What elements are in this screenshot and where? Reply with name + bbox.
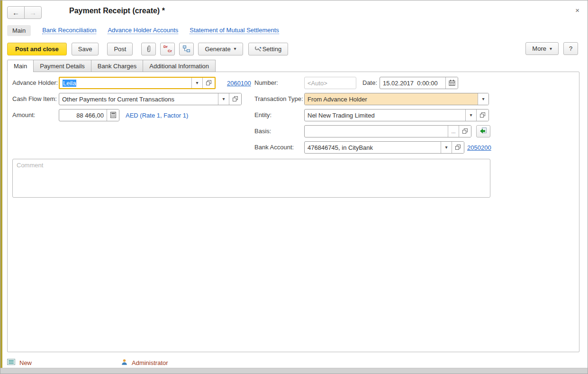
dr-cr-icon: DrCr [163, 45, 172, 53]
close-icon[interactable]: × [573, 5, 582, 15]
back-button[interactable]: ← [7, 6, 25, 19]
tab-bank-charges[interactable]: Bank Charges [91, 60, 143, 72]
tab-payment-details[interactable]: Payment Details [33, 60, 91, 72]
open-form-icon [233, 96, 238, 102]
amount-input[interactable] [59, 109, 107, 121]
date-field[interactable] [380, 77, 458, 89]
nav-link-main[interactable]: Main [7, 25, 31, 36]
entity-open-button[interactable] [476, 109, 488, 121]
fill-from-basis-button[interactable] [476, 125, 490, 137]
tab-additional-information[interactable]: Additional Information [143, 60, 216, 72]
cash-flow-item-open-button[interactable] [229, 93, 241, 105]
transaction-type-dropdown-button[interactable]: ▾ [478, 93, 488, 105]
post-and-close-button[interactable]: Post and close [7, 43, 67, 55]
cash-flow-item-dropdown-button[interactable]: ▾ [218, 93, 229, 105]
toolbar: Post and close Save Post DrCr Generate▾ … [7, 42, 288, 55]
chevron-down-icon: ▾ [470, 113, 472, 118]
bank-account-ledger-link[interactable]: 2050200 [467, 144, 491, 151]
open-form-icon [455, 145, 461, 151]
chevron-down-icon: ▾ [550, 46, 552, 51]
dr-cr-postings-button[interactable]: DrCr [160, 43, 175, 55]
advance-holder-label: Advance Holder: [12, 77, 58, 89]
transaction-type-input[interactable] [305, 93, 478, 105]
payment-receipt-window: ← → Payment Receipt (create) * × Main Ba… [0, 0, 588, 374]
bank-account-field[interactable]: ▾ [304, 141, 464, 154]
user-name-text: Administrator [132, 359, 168, 366]
entity-field[interactable]: ▾ [304, 109, 489, 121]
bank-account-label: Bank Account: [254, 141, 294, 154]
advance-holder-open-button[interactable] [202, 78, 215, 88]
status-bar: New [7, 358, 32, 367]
toolbar-right: More▾ ? [525, 42, 578, 55]
form-nav-links: Main Bank Reconciliation Advance Holder … [7, 24, 279, 36]
setting-button[interactable]: Setting [248, 43, 288, 55]
nav-link-statement-of-mutual-settlements[interactable]: Statement of Mutual Settlements [190, 27, 279, 34]
status-user: Administrator [121, 358, 168, 367]
page-title: Payment Receipt (create) * [69, 7, 165, 15]
open-form-icon [480, 112, 485, 119]
attachments-button[interactable] [141, 43, 156, 55]
document-state-text: New [19, 359, 32, 366]
document-structure-icon [183, 46, 190, 52]
save-button[interactable]: Save [72, 43, 99, 55]
entity-label: Entity: [254, 109, 271, 121]
advance-holder-field[interactable]: Leila ▾ [59, 77, 216, 89]
chevron-down-icon: ▾ [445, 145, 447, 150]
advance-holder-account-link[interactable]: 2060100 [227, 80, 251, 87]
tab-main[interactable]: Main [7, 60, 34, 72]
entity-dropdown-button[interactable]: ▾ [465, 109, 476, 121]
open-form-icon [206, 80, 211, 86]
main-tab-panel: Advance Holder: Leila ▾ 2060100 Number: … [7, 72, 579, 352]
forward-button[interactable]: → [24, 6, 42, 19]
chevron-down-icon: ▾ [234, 46, 236, 51]
help-button[interactable]: ? [563, 42, 578, 55]
number-label: Number: [254, 77, 278, 89]
basis-field[interactable]: ... [304, 125, 471, 137]
calendar-icon [449, 80, 455, 87]
cash-flow-item-input[interactable] [59, 93, 218, 105]
generate-button[interactable]: Generate▾ [198, 43, 243, 55]
question-mark-icon: ? [569, 45, 572, 52]
basis-label: Basis: [254, 125, 271, 137]
cash-flow-item-field[interactable]: ▾ [59, 93, 242, 105]
cash-flow-item-label: Cash Flow Item: [12, 93, 57, 105]
ellipsis-icon: ... [451, 128, 455, 134]
transaction-type-field[interactable]: ▾ [304, 93, 489, 105]
entity-input[interactable] [305, 109, 465, 121]
more-button[interactable]: More▾ [525, 42, 559, 55]
window-bottom-edge [0, 368, 588, 374]
bank-account-input[interactable] [305, 142, 441, 153]
transaction-type-label: Transaction Type: [254, 93, 303, 105]
nav-link-bank-reconciliation[interactable]: Bank Reconciliation [42, 27, 96, 34]
history-nav-buttons: ← → [7, 6, 42, 19]
chevron-down-icon: ▾ [222, 97, 225, 101]
basis-input[interactable] [305, 126, 448, 137]
date-input[interactable] [380, 77, 445, 89]
chevron-down-icon: ▾ [482, 97, 484, 101]
back-arrow-icon: ← [12, 9, 19, 17]
date-label: Date: [362, 77, 377, 89]
basis-open-button[interactable] [459, 126, 471, 137]
wrench-icon [255, 46, 262, 53]
open-form-icon [462, 128, 468, 135]
bank-account-dropdown-button[interactable]: ▾ [441, 142, 452, 153]
calculator-icon [110, 112, 116, 119]
related-documents-button[interactable] [179, 43, 194, 55]
number-input[interactable] [304, 77, 356, 89]
form-tabs: Main Payment Details Bank Charges Additi… [7, 60, 216, 72]
post-button[interactable]: Post [107, 43, 133, 55]
forward-arrow-icon: → [29, 9, 36, 17]
bank-account-open-button[interactable] [452, 142, 464, 153]
basis-choose-button[interactable]: ... [448, 126, 459, 137]
nav-link-advance-holder-accounts[interactable]: Advance Holder Accounts [108, 27, 178, 34]
comment-textarea[interactable] [12, 159, 490, 198]
paperclip-icon [146, 45, 151, 53]
advance-holder-value: Leila [60, 78, 191, 88]
date-picker-button[interactable] [445, 77, 458, 89]
amount-field[interactable] [59, 109, 119, 121]
document-green-arrow-icon [479, 127, 487, 136]
currency-rate-link[interactable]: AED (Rate 1, Factor 1) [126, 112, 188, 119]
amount-calculator-button[interactable] [107, 109, 119, 121]
advance-holder-dropdown-button[interactable]: ▾ [191, 78, 202, 88]
chevron-down-icon: ▾ [196, 81, 198, 85]
